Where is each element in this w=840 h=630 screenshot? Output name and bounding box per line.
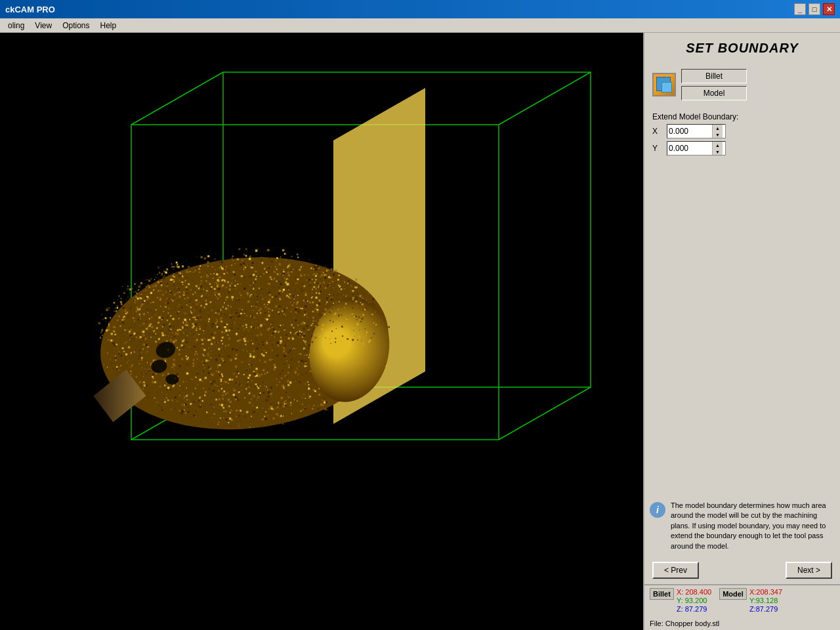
model-button[interactable]: Model: [681, 86, 747, 100]
x-input[interactable]: [667, 125, 712, 138]
y-spin-up[interactable]: ▲: [713, 142, 723, 148]
menu-view[interactable]: View: [30, 20, 57, 32]
x-label: X: [652, 127, 663, 136]
extend-section: Extend Model Boundary: X ▲ ▼ Y: [652, 112, 832, 158]
info-section: i The model boundary determines how much…: [644, 495, 840, 556]
main-container: SET BOUNDARY Billet Model Extend Model B…: [0, 33, 840, 630]
menu-tooling[interactable]: oling: [3, 20, 30, 32]
close-button[interactable]: ✕: [823, 3, 835, 15]
billet-icon: [652, 73, 676, 96]
x-spin-arrows: ▲ ▼: [712, 125, 723, 138]
billet-button[interactable]: Billet: [681, 69, 747, 83]
buttons-column: Billet Model: [681, 69, 747, 100]
3d-canvas[interactable]: [0, 33, 643, 630]
billet-status-group: Billet X: 208.400 Y: 93.200 Z: 87.279: [650, 588, 711, 613]
right-panel: SET BOUNDARY Billet Model Extend Model B…: [643, 33, 840, 630]
maximize-button[interactable]: □: [808, 3, 820, 15]
x-spinbox[interactable]: ▲ ▼: [667, 124, 726, 138]
nav-buttons: < Prev Next >: [644, 556, 840, 584]
info-text: The model boundary determines how much a…: [671, 501, 835, 551]
menu-help[interactable]: Help: [95, 20, 122, 32]
billet-status-label: Billet: [650, 588, 674, 600]
model-status-group: Model X:208.347 Y:93.128 Z:87.279: [719, 588, 782, 613]
panel-title: SET BOUNDARY: [644, 33, 840, 61]
y-spin-down[interactable]: ▼: [713, 148, 723, 155]
window-controls: _ □ ✕: [794, 3, 835, 15]
extend-label: Extend Model Boundary:: [652, 112, 832, 121]
y-label: Y: [652, 144, 663, 153]
panel-content: Billet Model Extend Model Boundary: X ▲ …: [644, 61, 840, 495]
model-y: Y:93.128: [749, 597, 782, 604]
info-icon: i: [650, 502, 665, 518]
minimize-button[interactable]: _: [794, 3, 806, 15]
billet-y: Y: 93.200: [677, 597, 711, 604]
viewport[interactable]: [0, 33, 643, 630]
title-bar: ckCAM PRO _ □ ✕: [0, 0, 840, 18]
y-input[interactable]: [667, 142, 712, 155]
x-spin-up[interactable]: ▲: [713, 125, 723, 131]
app-title: ckCAM PRO: [5, 5, 55, 14]
y-spinbox[interactable]: ▲ ▼: [667, 141, 726, 156]
x-field-row: X ▲ ▼: [652, 124, 832, 138]
billet-coords: X: 208.400 Y: 93.200 Z: 87.279: [677, 588, 711, 613]
billet-z: Z: 87.279: [677, 605, 711, 613]
file-info: File: Chopper body.stl: [650, 620, 719, 627]
icon-row: Billet Model: [652, 66, 832, 103]
x-spin-down[interactable]: ▼: [713, 131, 723, 138]
billet-x: X: 208.400: [677, 588, 711, 596]
model-status-label: Model: [719, 588, 747, 600]
prev-button[interactable]: < Prev: [652, 562, 699, 579]
menu-bar: oling View Options Help: [0, 18, 840, 33]
y-spin-arrows: ▲ ▼: [712, 142, 723, 155]
next-button[interactable]: Next >: [786, 562, 832, 579]
y-field-row: Y ▲ ▼: [652, 141, 832, 156]
model-coords: X:208.347 Y:93.128 Z:87.279: [749, 588, 782, 613]
model-x: X:208.347: [749, 588, 782, 596]
menu-options[interactable]: Options: [57, 20, 94, 32]
model-z: Z:87.279: [749, 605, 782, 613]
status-bar: Billet X: 208.400 Y: 93.200 Z: 87.279 Mo…: [644, 584, 840, 618]
